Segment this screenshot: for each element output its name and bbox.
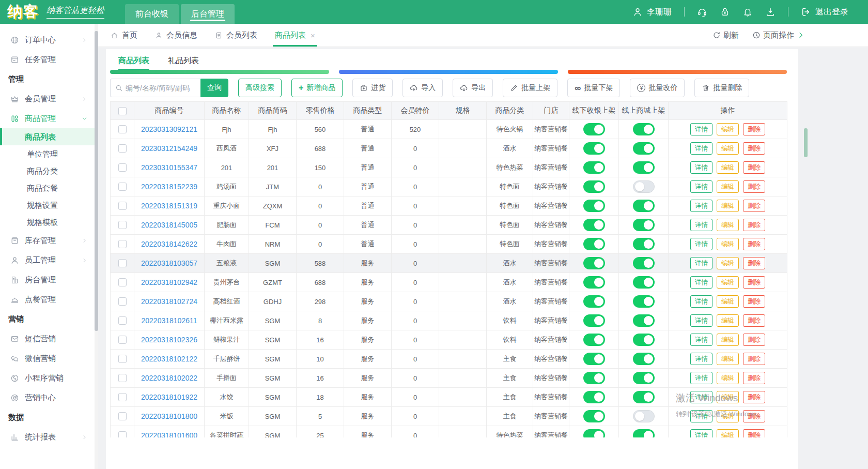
row-checkbox[interactable] — [118, 297, 127, 306]
delete-button[interactable]: 删除 — [743, 257, 765, 269]
delete-button[interactable]: 删除 — [743, 372, 765, 384]
offline-shelf-toggle[interactable] — [583, 391, 605, 403]
detail-button[interactable]: 详情 — [690, 372, 712, 384]
sidebar-subitem[interactable]: 商品分类 — [0, 162, 95, 179]
delete-button[interactable]: 删除 — [743, 123, 765, 135]
online-shelf-toggle[interactable] — [633, 161, 655, 174]
row-checkbox[interactable] — [118, 163, 127, 172]
product-id-link[interactable]: 20220318101600 — [141, 431, 197, 437]
delete-button[interactable]: 删除 — [743, 334, 765, 346]
online-shelf-toggle[interactable] — [633, 123, 655, 135]
product-id-link[interactable]: 20220318102122 — [141, 355, 197, 363]
toolbar-button[interactable]: ∞批量下架 — [567, 79, 620, 97]
sidebar-item[interactable]: 商品管理 — [0, 109, 95, 128]
edit-button[interactable]: 编辑 — [717, 276, 739, 289]
sidebar-item[interactable]: 营销中心 — [0, 388, 95, 407]
delete-button[interactable]: 删除 — [743, 410, 765, 422]
add-product-button[interactable]: +新增商品 — [291, 79, 343, 97]
bell-icon[interactable] — [742, 7, 753, 17]
delete-button[interactable]: 删除 — [743, 295, 765, 308]
tab-item[interactable]: 会员列表 — [215, 24, 257, 47]
row-checkbox[interactable] — [118, 125, 127, 133]
detail-button[interactable]: 详情 — [690, 142, 712, 155]
row-checkbox[interactable] — [118, 221, 127, 229]
edit-button[interactable]: 编辑 — [717, 219, 739, 231]
detail-button[interactable]: 详情 — [690, 334, 712, 346]
row-checkbox[interactable] — [118, 316, 127, 325]
toolbar-button[interactable]: 批量删除 — [694, 79, 749, 97]
edit-button[interactable]: 编辑 — [717, 334, 739, 346]
row-checkbox[interactable] — [118, 431, 127, 437]
edit-button[interactable]: 编辑 — [717, 238, 739, 250]
top-nav-item[interactable]: 前台收银 — [125, 4, 179, 24]
online-shelf-toggle[interactable] — [633, 410, 655, 422]
top-nav-item[interactable]: 后台管理 — [181, 4, 235, 24]
online-shelf-toggle[interactable] — [633, 142, 655, 155]
online-shelf-toggle[interactable] — [633, 238, 655, 250]
offline-shelf-toggle[interactable] — [583, 200, 605, 212]
sidebar-item[interactable]: 订单中心 — [0, 30, 95, 50]
offline-shelf-toggle[interactable] — [583, 372, 605, 384]
offline-shelf-toggle[interactable] — [583, 161, 605, 174]
offline-shelf-toggle[interactable] — [583, 276, 605, 289]
detail-button[interactable]: 详情 — [690, 219, 712, 231]
delete-button[interactable]: 删除 — [743, 180, 765, 193]
delete-button[interactable]: 删除 — [743, 391, 765, 403]
row-checkbox[interactable] — [118, 278, 127, 286]
delete-button[interactable]: 删除 — [743, 238, 765, 250]
online-shelf-toggle[interactable] — [633, 334, 655, 346]
detail-button[interactable]: 详情 — [690, 429, 712, 437]
detail-button[interactable]: 详情 — [690, 295, 712, 308]
offline-shelf-toggle[interactable] — [583, 410, 605, 422]
product-id-link[interactable]: 20220318151319 — [141, 202, 197, 210]
product-id-link[interactable]: 20230310155347 — [141, 163, 197, 172]
sidebar-item[interactable]: 房台管理 — [0, 270, 95, 290]
online-shelf-toggle[interactable] — [633, 276, 655, 289]
edit-button[interactable]: 编辑 — [717, 200, 739, 212]
row-checkbox[interactable] — [118, 202, 127, 210]
edit-button[interactable]: 编辑 — [717, 123, 739, 135]
detail-button[interactable]: 详情 — [690, 200, 712, 212]
offline-shelf-toggle[interactable] — [583, 219, 605, 231]
detail-button[interactable]: 详情 — [690, 353, 712, 365]
sidebar-subitem[interactable]: 商品列表 — [0, 128, 95, 145]
sidebar-item[interactable]: 员工管理 — [0, 250, 95, 270]
online-shelf-toggle[interactable] — [633, 180, 655, 193]
search-button[interactable]: 查询 — [200, 79, 228, 97]
offline-shelf-toggle[interactable] — [583, 295, 605, 308]
advanced-search-button[interactable]: 高级搜索 — [238, 79, 282, 97]
sidebar-item[interactable]: 统计报表 — [0, 427, 95, 447]
offline-shelf-toggle[interactable] — [583, 429, 605, 437]
toolbar-button[interactable]: ¥批量改价 — [630, 79, 685, 97]
row-checkbox[interactable] — [118, 412, 127, 420]
detail-button[interactable]: 详情 — [690, 238, 712, 250]
row-checkbox[interactable] — [118, 183, 127, 191]
product-id-link[interactable]: 20220318103057 — [141, 259, 197, 267]
delete-button[interactable]: 删除 — [743, 161, 765, 174]
lock-icon[interactable] — [720, 7, 730, 17]
product-id-link[interactable]: 20220318152239 — [141, 183, 197, 191]
edit-button[interactable]: 编辑 — [717, 372, 739, 384]
product-id-link[interactable]: 20230313092121 — [141, 125, 197, 133]
product-id-link[interactable]: 20220318101922 — [141, 393, 197, 401]
page-ops-button[interactable]: 页面操作 — [752, 31, 805, 40]
delete-button[interactable]: 删除 — [743, 200, 765, 212]
download-icon[interactable] — [765, 7, 776, 17]
online-shelf-toggle[interactable] — [633, 372, 655, 384]
close-tab-icon[interactable]: × — [311, 31, 315, 40]
product-id-link[interactable]: 20230312154249 — [141, 144, 197, 153]
delete-button[interactable]: 删除 — [743, 219, 765, 231]
product-id-link[interactable]: 20220318102724 — [141, 297, 197, 306]
row-checkbox[interactable] — [118, 336, 127, 344]
subtab-item[interactable]: 礼品列表 — [168, 56, 199, 70]
offline-shelf-toggle[interactable] — [583, 180, 605, 193]
edit-button[interactable]: 编辑 — [717, 410, 739, 422]
detail-button[interactable]: 详情 — [690, 314, 712, 327]
sidebar-item[interactable]: 小程序营销 — [0, 368, 95, 388]
row-checkbox[interactable] — [118, 374, 127, 382]
sidebar-item[interactable]: 库存管理 — [0, 231, 95, 250]
search-input[interactable] — [126, 84, 196, 92]
online-shelf-toggle[interactable] — [633, 257, 655, 269]
offline-shelf-toggle[interactable] — [583, 142, 605, 155]
offline-shelf-toggle[interactable] — [583, 238, 605, 250]
